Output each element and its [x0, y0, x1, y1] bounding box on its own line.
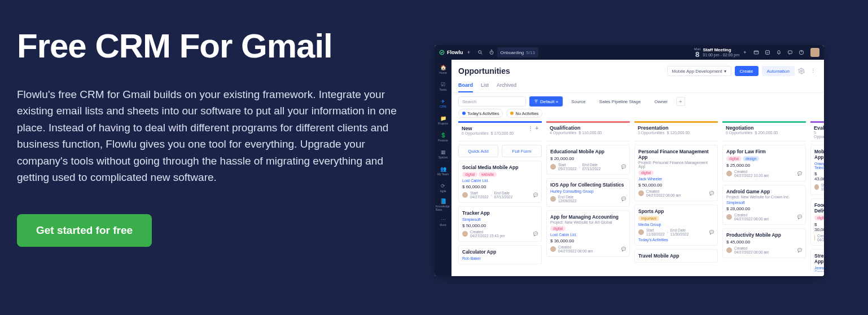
no-activities-filter[interactable]: No Activities: [506, 109, 542, 118]
filter-default-label: Default ×: [540, 99, 558, 104]
gear-icon[interactable]: [798, 68, 807, 74]
card-link[interactable]: Jack Wheeler: [638, 177, 714, 181]
opportunity-card[interactable]: Calculator AppRob Baker: [458, 245, 542, 264]
sidebar-label: Spaces: [439, 156, 448, 159]
sidebar-item-crm[interactable]: ✈CRM: [436, 96, 450, 112]
card-link[interactable]: Media Group: [638, 223, 714, 227]
card-tag: digital: [550, 226, 565, 231]
comment-icon[interactable]: 💬: [533, 232, 538, 236]
comment-icon[interactable]: 💬: [533, 193, 538, 197]
onboarding-pill[interactable]: Onboarding 5/13: [497, 47, 538, 57]
sidebar-item-home[interactable]: 🏠Home: [436, 62, 450, 78]
card-title: Mobile App: [814, 149, 824, 160]
opportunity-card[interactable]: Mobile AppOrange Telecom$ 43,000.00Start…: [810, 145, 824, 195]
project-selector[interactable]: Mobile App Development ▾: [667, 66, 731, 76]
plus-icon[interactable]: +: [463, 47, 475, 58]
card-link[interactable]: Orange Telecom: [814, 162, 824, 170]
tab-list[interactable]: List: [481, 82, 489, 92]
filter-source[interactable]: Source: [566, 96, 590, 107]
search-icon[interactable]: [475, 47, 486, 58]
sidebar-item-my-team[interactable]: 👥My Team: [436, 163, 450, 179]
get-started-button[interactable]: Get started for free: [17, 214, 152, 247]
help-icon[interactable]: [796, 47, 807, 58]
card-activity-link[interactable]: Today's Activities: [638, 238, 714, 242]
sidebar-item-projects[interactable]: 📁Projects: [436, 113, 450, 128]
opportunity-card[interactable]: Android Game AppProject: New Website for…: [722, 185, 806, 225]
card-avatar: [462, 231, 468, 237]
sidebar-label: Home: [439, 71, 446, 74]
column-add-icon[interactable]: +: [535, 125, 538, 131]
app-logo[interactable]: Flowlu: [439, 50, 463, 55]
sidebar-item-spaces[interactable]: ▦Spaces: [436, 147, 450, 162]
bell-icon[interactable]: [773, 47, 784, 58]
opportunity-card[interactable]: Streaming AppJenna Grove: [810, 249, 824, 272]
card-link[interactable]: Simplesoft: [462, 218, 538, 221]
quick-add-button[interactable]: Quick Add: [458, 145, 498, 157]
opportunity-card[interactable]: Social Media Mobile AppdigitalwebsiteLos…: [458, 161, 542, 203]
sidebar-item-finance[interactable]: 💲Finance: [436, 130, 450, 145]
automation-button[interactable]: Automation: [762, 66, 795, 76]
create-button[interactable]: Create: [735, 66, 759, 76]
comment-icon[interactable]: 💬: [797, 215, 802, 219]
card-link[interactable]: Lost Cabin Ltd.: [550, 233, 626, 237]
card-link[interactable]: Hurley Consulting Group: [550, 189, 626, 193]
opportunity-card[interactable]: Tracker AppSimplesoft$ 50,000.00Created0…: [458, 206, 542, 242]
arrow-icon: ›: [579, 165, 580, 169]
app-topbar: Flowlu + Onboarding 5/13 Mon 8: [435, 45, 824, 60]
sidebar-item-tasks[interactable]: ☑Tasks: [436, 79, 450, 95]
sidebar-item-agile[interactable]: ⟳Agile: [436, 180, 450, 196]
inbox-icon[interactable]: [751, 47, 762, 58]
opportunity-card[interactable]: App for Managing AccountingProject: New …: [546, 210, 630, 257]
tab-archived[interactable]: Archived: [497, 82, 516, 92]
sidebar-label: Projects: [438, 122, 448, 125]
card-title: App for Managing Accounting: [550, 214, 626, 220]
card-title: Sports App: [638, 208, 714, 214]
opportunity-card[interactable]: App for Law Firmdigitaldesign$ 25,000.00…: [722, 145, 806, 181]
column-count: 5 Opportunities: [814, 131, 824, 139]
date-widget[interactable]: Mon 8 Staff Meeting 01:00 pm - 02:00 pm: [694, 47, 739, 58]
add-event-icon[interactable]: +: [739, 47, 751, 58]
column-more-icon[interactable]: ⋮: [528, 125, 533, 131]
comment-icon[interactable]: 💬: [709, 191, 714, 196]
comment-icon[interactable]: 💬: [797, 171, 802, 176]
checklist-icon[interactable]: [762, 47, 773, 58]
svg-point-1: [478, 51, 481, 54]
sidebar-label: Finance: [438, 139, 448, 142]
column-title: New: [462, 126, 472, 131]
comment-icon[interactable]: 💬: [621, 197, 626, 201]
comment-icon[interactable]: 💬: [621, 247, 626, 251]
opportunity-card[interactable]: Productivity Mobile App$ 45,000.00Create…: [722, 228, 806, 258]
filter-sales-pipeline-stage[interactable]: Sales Pipeline Stage: [594, 96, 646, 107]
filter-owner[interactable]: Owner: [649, 96, 673, 107]
card-link[interactable]: Lost Cabin Ltd.: [462, 179, 538, 183]
opportunity-card[interactable]: Food Deliverydigital$ 30,000.00Created04…: [810, 198, 824, 246]
card-link[interactable]: Jenna Grove: [814, 266, 824, 272]
svg-rect-3: [754, 51, 759, 54]
comment-icon[interactable]: 💬: [621, 165, 626, 169]
card-link[interactable]: Rob Baker: [462, 256, 538, 260]
card-amount: $ 43,000.00: [814, 171, 824, 181]
full-form-button[interactable]: Full Form: [502, 145, 542, 157]
comment-icon[interactable]: 💬: [797, 248, 802, 252]
sidebar-item-knowledge-base[interactable]: 📘Knowledge Base: [436, 197, 450, 213]
more-icon[interactable]: ⋮: [810, 68, 817, 74]
filter-default-pill[interactable]: Default ×: [529, 96, 563, 107]
opportunity-card[interactable]: Educational Mobile App$ 20,000.00Start05…: [546, 145, 630, 175]
user-avatar[interactable]: [810, 48, 819, 57]
search-input[interactable]: Search: [458, 96, 526, 107]
todays-activities-filter[interactable]: Today's Activities: [458, 109, 503, 118]
card-amount: $ 60,000.00: [462, 184, 538, 189]
card-subtitle: Project: New Website for Art Global: [550, 220, 626, 224]
sidebar-icon: 🏠: [440, 65, 446, 70]
opportunity-card[interactable]: Travel Mobile App: [634, 249, 718, 263]
sidebar-item-more[interactable]: ⋯More: [436, 214, 450, 230]
card-link[interactable]: Simplesoft: [726, 201, 802, 205]
chat-icon[interactable]: [784, 47, 796, 58]
opportunity-card[interactable]: IOS App for Collecting StatisticsHurley …: [546, 178, 630, 207]
opportunity-card[interactable]: Personal Finance Management AppProject: …: [634, 145, 718, 201]
tab-board[interactable]: Board: [458, 82, 473, 92]
add-filter-button[interactable]: +: [676, 97, 685, 106]
comment-icon[interactable]: 💬: [709, 230, 714, 234]
opportunity-card[interactable]: Sports AppimportantMedia GroupStart11/30…: [634, 205, 718, 246]
timer-icon[interactable]: [486, 47, 497, 58]
